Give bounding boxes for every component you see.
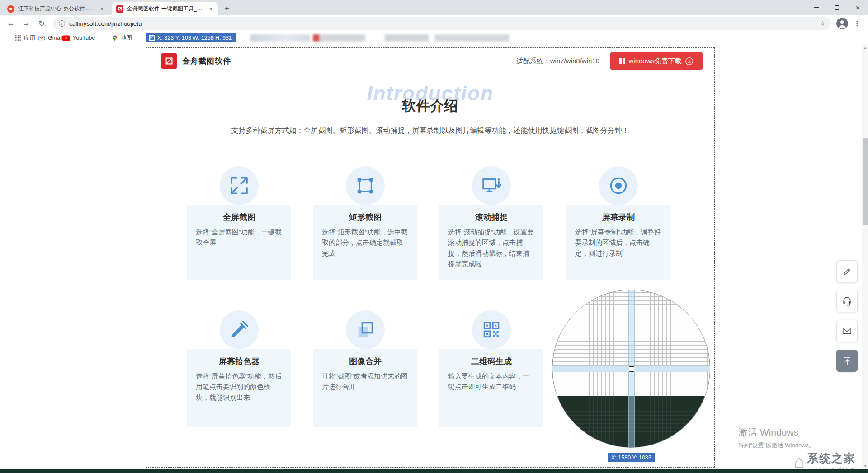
contact-mail-button[interactable] — [836, 320, 858, 342]
close-window-button[interactable]: × — [847, 0, 868, 15]
feature-description: 选择“矩形截图”功能，选中截取的部分，点击确定就截取完成 — [313, 227, 417, 258]
selection-size-badge: X: 323 Y: 103 W: 1258 H: 931 — [146, 33, 236, 42]
feature-icon-circle — [599, 166, 638, 205]
bookmark-blurred[interactable] — [250, 34, 310, 42]
bookmark-blurred[interactable] — [313, 34, 365, 42]
hero-subtitle: 支持多种截屏方式如：全屏截图、矩形截图、滚动捕捉，屏幕录制以及图片编辑等功能，还… — [146, 126, 714, 136]
browser-menu-icon[interactable]: ⋮ — [851, 17, 863, 30]
feature-icon-circle — [220, 310, 259, 349]
capture-tool-icon — [149, 35, 155, 41]
feature-description: 选择“屏幕录制”功能，调整好要录制的区域后，点击确定，则进行录制 — [566, 227, 670, 258]
back-button[interactable]: ← — [5, 17, 17, 30]
feature-card: 全屏截图 选择“全屏截图”功能，一键截取全屏 — [187, 205, 291, 280]
feature-card: 屏幕拾色器 选择“屏幕拾色器”功能，然后用笔点击要识别的颜色模块，就能识别出来 — [187, 349, 291, 427]
feedback-pen-button[interactable] — [836, 260, 858, 282]
scrollbar-down-icon[interactable]: ▼ — [862, 463, 868, 469]
new-tab-button[interactable]: + — [221, 2, 233, 15]
bookmark-blurred[interactable] — [434, 34, 509, 42]
back-to-top-button[interactable] — [836, 350, 858, 372]
minimize-icon — [814, 7, 819, 8]
youtube-icon — [62, 35, 70, 41]
feature-description: 选择“滚动捕捉”功能，设置要滚动捕捉的区域，点击捕捉，然后滑动鼠标，结束捕捉就完… — [439, 227, 543, 269]
feature-rectangle-capture: 矩形截图 选择“矩形截图”功能，选中截取的部分，点击确定就截取完成 — [313, 166, 417, 280]
feature-icon-circle — [346, 166, 385, 205]
hero-title: 软件介绍 — [146, 97, 714, 116]
forward-button[interactable]: → — [20, 17, 33, 30]
xitongzhijia-watermark: ⌂ 系统之家 www.xitongzhijia.net — [794, 451, 856, 471]
maximize-button[interactable] — [826, 0, 847, 15]
bookmark-label: 应用 — [24, 34, 35, 42]
page-viewport: 金舟截图软件 适配系统：win7/win8/win10 windows免费下载 … — [0, 44, 868, 469]
rectangle-capture-icon — [355, 175, 376, 196]
feature-title: 矩形截图 — [313, 212, 417, 223]
feature-title: 二维码生成 — [439, 356, 543, 367]
scrolling-capture-icon — [481, 175, 502, 196]
tab-close-icon[interactable]: × — [98, 5, 105, 13]
feature-icon-circle — [346, 310, 385, 349]
magnifier-center-pixel — [629, 366, 634, 372]
watermark-brand-text: 系统之家 — [807, 451, 856, 466]
feature-title: 图像合并 — [313, 356, 417, 367]
maps-pin-icon — [112, 35, 118, 42]
headset-icon — [842, 296, 852, 306]
feature-color-picker: 屏幕拾色器 选择“屏幕拾色器”功能，然后用笔点击要识别的颜色模块，就能识别出来 — [187, 310, 291, 427]
feature-description: 选择“全屏截图”功能，一键截取全屏 — [187, 227, 291, 248]
window-controls: × — [806, 0, 868, 15]
feature-title: 屏幕录制 — [566, 212, 670, 223]
bookmark-blurred[interactable] — [385, 34, 429, 42]
feature-card: 矩形截图 选择“矩形截图”功能，选中截取的部分，点击确定就截取完成 — [313, 205, 417, 280]
tab-close-icon[interactable]: × — [207, 5, 214, 13]
floating-toolbar — [836, 260, 858, 372]
download-button[interactable]: windows免费下载 — [610, 52, 703, 70]
page-scrollbar[interactable]: ▲ ▼ — [862, 44, 868, 469]
screen-record-icon — [608, 175, 629, 196]
cursor-position-badge: X: 1580 Y: 1033 — [608, 453, 655, 462]
fullscreen-capture-icon — [229, 175, 250, 196]
tab-jinzhou-active[interactable]: 金舟截图软件-一键截图工具_支... × — [112, 2, 218, 15]
address-bar[interactable]: i callmysoft.com/jinzhoujietu ☆ — [53, 17, 831, 30]
feature-icon-circle — [220, 166, 259, 205]
feature-card: 图像合并 可将“截图”或者添加进来的图片进行合并 — [313, 349, 417, 427]
scrollbar-thumb[interactable] — [863, 138, 868, 225]
feature-card: 屏幕录制 选择“屏幕录制”功能，调整好要录制的区域后，点击确定，则进行录制 — [566, 205, 670, 280]
download-label: windows免费下载 — [628, 57, 682, 66]
bookmark-gmail[interactable]: Gmail — [38, 32, 63, 44]
feature-screen-record: 屏幕录制 选择“屏幕录制”功能，调整好要录制的区域后，点击确定，则进行录制 — [566, 166, 670, 280]
reload-button[interactable]: ↻ — [35, 17, 48, 30]
feature-title: 屏幕拾色器 — [187, 356, 291, 367]
feature-description: 输入要生成的文本内容，一键点击即可生成二维码 — [439, 371, 543, 392]
color-picker-icon — [229, 319, 250, 340]
bookmark-maps[interactable]: 地图 — [112, 32, 132, 44]
site-header: 金舟截图软件 适配系统：win7/win8/win10 windows免费下载 — [146, 50, 714, 72]
selection-size-text: X: 323 Y: 103 W: 1258 H: 931 — [157, 35, 232, 41]
bookmark-label: Gmail — [48, 35, 63, 41]
feature-icon-circle — [472, 166, 511, 205]
feature-fullscreen-capture: 全屏截图 选择“全屏截图”功能，一键截取全屏 — [187, 166, 291, 280]
scrollbar-up-icon[interactable]: ▲ — [862, 44, 868, 51]
bookmark-youtube[interactable]: YouTube — [62, 32, 95, 44]
minimize-button[interactable] — [806, 0, 826, 15]
bookmark-star-icon[interactable]: ☆ — [820, 19, 827, 28]
bookmarks-bar: 应用 Gmail YouTube 地图 X: 323 Y: 103 W: 125… — [0, 32, 868, 44]
bookmark-label: 地图 — [121, 34, 132, 42]
url-text: callmysoft.com/jinzhoujietu — [69, 20, 142, 27]
site-info-icon[interactable]: i — [59, 20, 65, 27]
navigation-bar: ← → ↻ i callmysoft.com/jinzhoujietu ☆ ⋮ — [0, 15, 868, 32]
magnifier-loupe — [552, 290, 710, 448]
download-cloud-icon — [685, 57, 693, 66]
customer-service-button[interactable] — [836, 290, 858, 312]
site-logo — [161, 53, 177, 69]
windows-activation-watermark: 激活 Windows 转到“设置”以激活 Windows。 — [738, 426, 815, 450]
tab-jiangxia[interactable]: 江下科技产品中心-办公软件下载 × — [3, 2, 109, 15]
feature-description: 选择“屏幕拾色器”功能，然后用笔点击要识别的颜色模块，就能识别出来 — [187, 371, 291, 403]
feature-description: 可将“截图”或者添加进来的图片进行合并 — [313, 371, 417, 392]
feature-image-merge: 图像合并 可将“截图”或者添加进来的图片进行合并 — [313, 310, 417, 427]
profile-avatar[interactable] — [836, 18, 848, 29]
house-icon: ⌂ — [794, 452, 805, 470]
bookmark-apps[interactable]: 应用 — [15, 32, 35, 44]
jinzhou-favicon — [116, 5, 123, 13]
feature-scrolling-capture: 滚动捕捉 选择“滚动捕捉”功能，设置要滚动捕捉的区域，点击捕捉，然后滑动鼠标，结… — [439, 166, 543, 280]
maximize-icon — [835, 5, 839, 10]
feature-card: 滚动捕捉 选择“滚动捕捉”功能，设置要滚动捕捉的区域，点击捕捉，然后滑动鼠标，结… — [439, 205, 543, 280]
windows-icon — [619, 58, 626, 64]
